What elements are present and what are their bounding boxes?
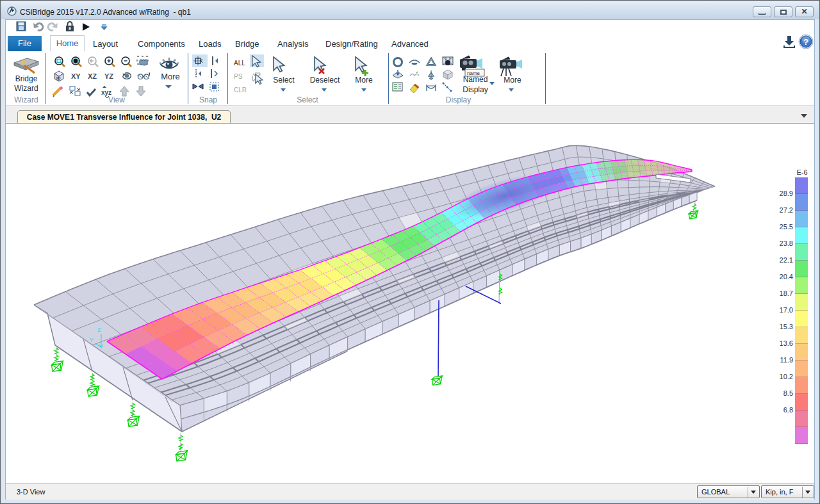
svg-text:?: ? — [803, 37, 808, 47]
svg-text:XZ: XZ — [88, 72, 97, 80]
svg-text:Z: Z — [97, 327, 101, 333]
svg-text:Y: Y — [90, 337, 94, 343]
svg-text:XY: XY — [71, 72, 81, 80]
svg-text:3D: 3D — [56, 76, 61, 80]
svg-text:YZ: YZ — [104, 72, 113, 80]
